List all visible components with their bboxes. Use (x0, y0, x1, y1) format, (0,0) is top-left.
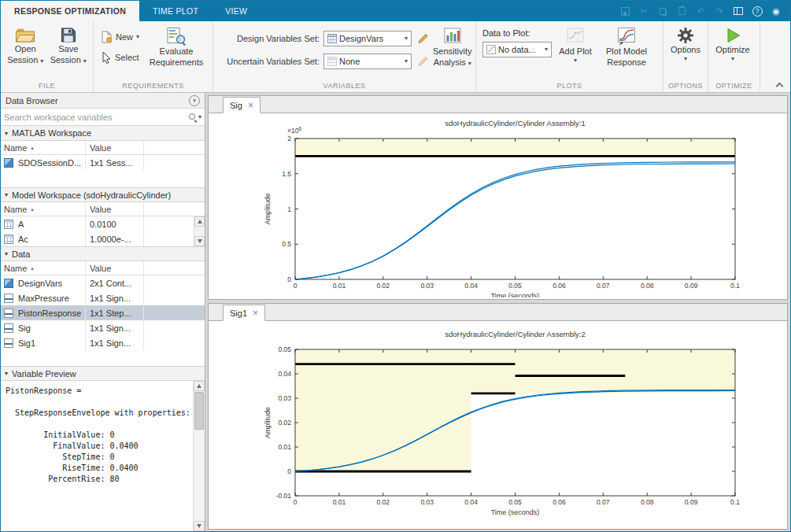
tab-sig1[interactable]: Sig1 × (223, 305, 265, 321)
tab-sig[interactable]: Sig × (223, 97, 261, 113)
copy-icon[interactable] (656, 5, 669, 17)
open-folder-icon (15, 27, 35, 43)
variable-row-sig[interactable]: Sig 1x1 Sign... (1, 320, 205, 335)
chevron-down-icon: ▾ (405, 58, 408, 65)
section-label-requirements: REQUIREMENTS (94, 79, 213, 92)
mini-plot-icon (486, 45, 496, 54)
collapse-section-icon: ▾ (5, 370, 8, 377)
data-browser-header: Data Browser ▾ (1, 93, 205, 109)
search-dropdown-icon[interactable]: ▾ (198, 114, 201, 120)
svg-text:-0.01: -0.01 (276, 492, 292, 500)
variable-row-ac[interactable]: Ac 1.0000e-... (1, 231, 205, 246)
tab-response-optimization[interactable]: RESPONSE OPTIMIZATION (1, 1, 139, 21)
sig1-chart-body: 00.010.020.030.040.050.060.070.080.090.1… (209, 321, 787, 529)
help-icon[interactable]: ? (751, 5, 763, 17)
table-header[interactable]: Name▴ Value (1, 141, 205, 155)
scroll-up-icon[interactable] (194, 216, 205, 227)
uncertain-variables-select[interactable]: None ▾ (323, 54, 412, 69)
svg-text:sdoHydraulicCylinder/Cylinder: sdoHydraulicCylinder/Cylinder Assembly:1 (445, 119, 585, 127)
variable-row-sig1[interactable]: Sig1 1x1 Sign... (1, 335, 205, 350)
scrollbar-thumb[interactable] (194, 392, 204, 430)
section-data[interactable]: ▾ Data (1, 246, 205, 261)
pencil-icon (417, 33, 428, 44)
paste-icon[interactable] (675, 5, 688, 17)
table-header[interactable]: Name▴ Value (1, 202, 205, 216)
panel-actions-icon[interactable]: ▾ (189, 95, 200, 106)
open-session-button[interactable]: Open Session ▾ (4, 24, 47, 65)
table-header[interactable]: Name▴ Value (1, 261, 205, 275)
svg-text:0.06: 0.06 (553, 282, 566, 290)
tab-view[interactable]: VIEW (212, 1, 261, 21)
collapse-section-icon: ▾ (5, 130, 8, 137)
signal-icon (4, 308, 13, 318)
variable-preview-text: PistonResponse = StepResponseEnvelope wi… (1, 381, 205, 488)
edit-uncertain-variables-button[interactable] (416, 54, 430, 69)
toolstrip-tabs: RESPONSE OPTIMIZATION TIME PLOT VIEW (1, 1, 261, 21)
section-variable-preview[interactable]: ▾ Variable Preview (1, 366, 205, 381)
save-icon[interactable] (619, 5, 631, 17)
svg-text:0.07: 0.07 (597, 498, 610, 506)
close-icon[interactable]: × (248, 102, 253, 109)
tab-time-plot[interactable]: TIME PLOT (139, 1, 212, 21)
collapse-section-icon: ▾ (5, 250, 8, 257)
undo-icon[interactable]: ↶ (694, 5, 707, 17)
ribbon-section-file: Open Session ▾ Save Session ▾ FILE (1, 21, 94, 92)
section-label-options: OPTIONS (663, 79, 708, 92)
plot-model-response-icon (617, 27, 636, 46)
save-session-button[interactable]: Save Session ▾ (47, 24, 91, 65)
scroll-down-icon[interactable] (194, 236, 205, 246)
content-area: Data Browser ▾ ▾ ▾ MATLAB Workspace Name… (1, 93, 790, 531)
design-variables-select[interactable]: DesignVars ▾ (323, 31, 412, 46)
data-blank (1, 350, 205, 366)
optimize-button[interactable]: Optimize ▾ (712, 24, 754, 63)
scrollbar[interactable] (194, 216, 205, 246)
section-model-workspace[interactable]: ▾ Model Workspace (sdoHydraulicCylinder) (1, 187, 205, 202)
options-button[interactable]: Options ▾ (667, 24, 704, 63)
new-requirement-button[interactable]: New ▾ (98, 30, 142, 44)
plot-model-response-button[interactable]: Plot Model Response (596, 24, 657, 68)
svg-text:0.02: 0.02 (278, 419, 291, 427)
sig1-figure-panel: Sig1 × 00.010.020.030.040.050.060.070.08… (208, 303, 788, 530)
sort-ascending-icon: ▴ (31, 206, 34, 212)
variable-row-a[interactable]: A 0.0100 (1, 216, 205, 231)
resources-icon[interactable]: ◉ (770, 5, 782, 17)
workspace-blank (1, 170, 205, 187)
variable-row-sdosessiondata[interactable]: SDOSessionD... 1x1 Sess... (1, 155, 205, 170)
scroll-down-icon[interactable] (194, 521, 205, 531)
svg-text:0.01: 0.01 (333, 498, 346, 506)
cut-icon[interactable]: ✂ (638, 5, 650, 17)
close-icon[interactable]: × (253, 309, 258, 317)
quick-access-toolbar: ✂ ↶ ↷ ? ◉ (619, 1, 790, 21)
redo-icon[interactable]: ↷ (713, 5, 726, 17)
data-browser-panel: Data Browser ▾ ▾ ▾ MATLAB Workspace Name… (1, 93, 205, 531)
scroll-up-icon[interactable] (194, 381, 205, 391)
collapse-ribbon-icon[interactable] (774, 80, 784, 88)
variable-grid-icon (327, 34, 337, 43)
svg-text:2: 2 (287, 135, 291, 142)
sig-chart: 00.010.020.030.040.050.060.070.080.090.1… (209, 113, 787, 297)
scrollbar[interactable] (193, 381, 205, 531)
data-browser-title: Data Browser (6, 96, 58, 105)
variable-row-pistonresponse[interactable]: PistonResponse 1x1 Step... (1, 305, 205, 320)
edit-design-variables-button[interactable] (416, 31, 430, 46)
svg-text:0.07: 0.07 (597, 282, 610, 290)
sig-chart-body: 00.010.020.030.040.050.060.070.080.090.1… (209, 113, 787, 299)
select-requirement-button[interactable]: Select (98, 50, 142, 65)
section-matlab-workspace[interactable]: ▾ MATLAB Workspace (1, 126, 205, 141)
sig-figure-panel: Sig × 00.010.020.030.040.050.060.070.080… (208, 95, 788, 300)
search-icon[interactable] (187, 112, 198, 123)
svg-text:0.05: 0.05 (278, 345, 291, 353)
layout-icon[interactable] (732, 5, 745, 17)
model-workspace-rows: A 0.0100 Ac 1.0000e-... (1, 216, 205, 246)
add-plot-icon (566, 27, 585, 46)
variable-row-maxpressure[interactable]: MaxPressure 1x1 Sign... (1, 290, 205, 305)
chevron-down-icon: ▾ (468, 60, 471, 67)
variable-row-designvars[interactable]: DesignVars 2x1 Cont... (1, 275, 205, 290)
evaluate-requirements-button[interactable]: Evaluate Requirements (143, 24, 209, 68)
search-input[interactable] (4, 113, 187, 122)
data-to-plot-label: Data to Plot: (482, 28, 552, 38)
svg-text:1: 1 (287, 205, 291, 213)
sensitivity-analysis-button[interactable]: Sensitivity Analysis ▾ (431, 24, 474, 68)
add-plot-button[interactable]: Add Plot ▾ (555, 24, 596, 65)
data-to-plot-select[interactable]: No data... ▾ (482, 42, 552, 57)
